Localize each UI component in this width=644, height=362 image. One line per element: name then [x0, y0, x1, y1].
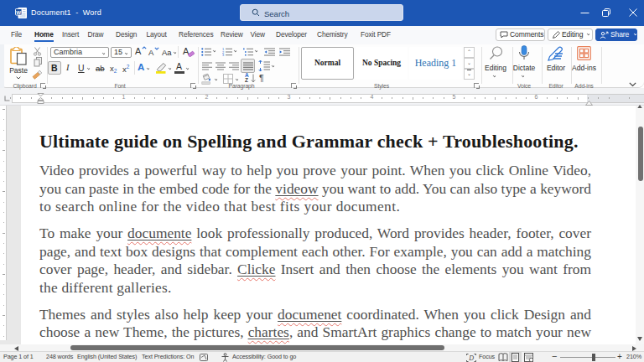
svg-text:W: W	[16, 9, 21, 15]
svg-text:D: D	[468, 354, 474, 362]
svg-text:3: 3	[222, 53, 225, 56]
